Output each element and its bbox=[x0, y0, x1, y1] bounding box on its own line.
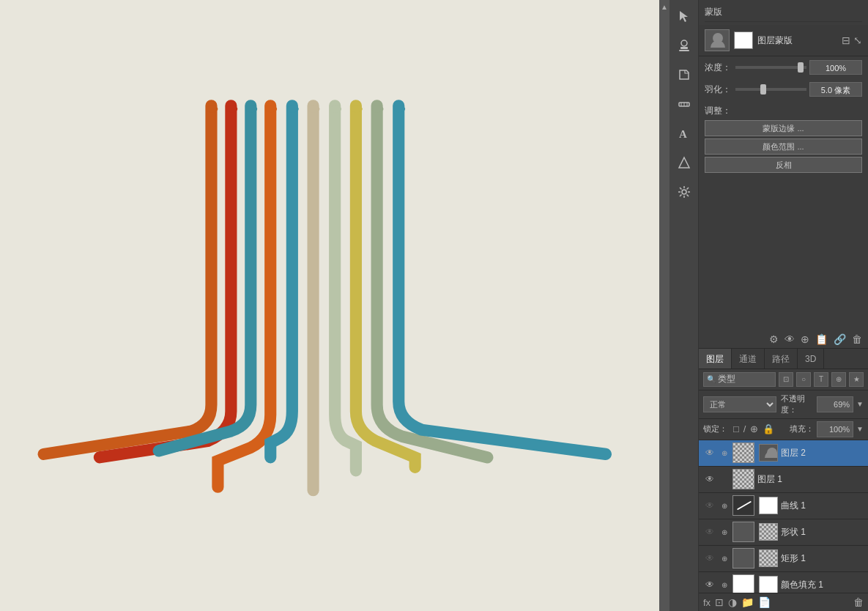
shape1-visibility[interactable]: 👁 bbox=[703, 525, 716, 538]
colorfill1-link[interactable]: ⊕ bbox=[719, 579, 730, 590]
panel-bottom-icons: ⚙ 👁 ⊕ 📋 🔗 🗑 bbox=[699, 330, 868, 349]
panel-icon-delete[interactable]: 🗑 bbox=[852, 333, 862, 345]
lock-transparent-icon[interactable]: □ bbox=[733, 423, 739, 434]
layer-icon-2[interactable]: ⤡ bbox=[853, 34, 862, 46]
layer-mask-thumb bbox=[734, 32, 753, 49]
layer-row-layer2[interactable]: 👁 ⊕ 图层 2 bbox=[699, 440, 868, 467]
shape1-name: 形状 1 bbox=[781, 526, 864, 538]
density-slider[interactable] bbox=[735, 66, 806, 69]
fill-label: 填充： bbox=[790, 423, 814, 434]
rect1-visibility[interactable]: 👁 bbox=[703, 552, 716, 565]
tab-channels[interactable]: 通道 bbox=[732, 349, 765, 369]
layer-header-title: 图层蒙版 bbox=[757, 34, 837, 47]
shape1-link[interactable]: ⊕ bbox=[719, 527, 730, 537]
mask-edge-button[interactable]: 蒙版边缘 ... bbox=[705, 120, 862, 136]
feather-label: 羽化： bbox=[705, 84, 732, 96]
layer-bottom-toolbar: fx ⊡ ◑ 📁 📄 🗑 bbox=[699, 593, 868, 611]
layers-list[interactable]: 👁 ⊕ 图层 2 👁 图层 1 bbox=[699, 440, 868, 593]
layer1-thumb bbox=[732, 469, 754, 489]
canvas-area bbox=[0, 0, 659, 611]
svg-point-12 bbox=[681, 40, 687, 46]
panel-icon-visibility[interactable]: 👁 bbox=[784, 333, 795, 345]
search-icon: 🔍 bbox=[707, 375, 716, 383]
clone-tool[interactable] bbox=[672, 63, 696, 86]
colorfill1-mask-thumb bbox=[759, 576, 778, 593]
panel-icon-settings[interactable]: ⚙ bbox=[769, 333, 779, 345]
lock-move-icon[interactable]: ⊕ bbox=[750, 423, 758, 434]
measure-tool[interactable] bbox=[672, 92, 696, 116]
filter-icon-3[interactable]: T bbox=[814, 372, 828, 387]
layer-new-button[interactable]: 📄 bbox=[758, 596, 771, 608]
density-value[interactable]: 100% bbox=[809, 60, 862, 75]
blend-mode-select[interactable]: 正常 溶解 正片叠底 bbox=[703, 396, 776, 412]
lock-paint-icon[interactable]: / bbox=[743, 423, 746, 434]
layer-delete-button[interactable]: 🗑 bbox=[853, 596, 864, 608]
arrow-tool[interactable] bbox=[672, 4, 696, 28]
layer-row-curve1[interactable]: 👁 ⊕ 曲线 1 bbox=[699, 493, 868, 519]
shape-tool[interactable] bbox=[672, 151, 696, 174]
mask-title: 蒙版 bbox=[705, 3, 862, 22]
feather-value[interactable]: 5.0 像素 bbox=[809, 82, 862, 97]
layer-adj-button[interactable]: ◑ bbox=[728, 596, 737, 608]
layer1-link[interactable] bbox=[719, 474, 730, 484]
tab-layers[interactable]: 图层 bbox=[699, 349, 732, 369]
layer-row-rect1[interactable]: 👁 ⊕ 矩形 1 bbox=[699, 546, 868, 572]
svg-rect-13 bbox=[680, 47, 688, 49]
layer-row-layer1[interactable]: 👁 图层 1 bbox=[699, 467, 868, 493]
svg-rect-10 bbox=[393, 105, 405, 112]
rect1-name: 矩形 1 bbox=[781, 552, 864, 565]
filter-icon-4[interactable]: ⊕ bbox=[831, 372, 846, 387]
layer-mask-button[interactable]: ⊡ bbox=[715, 596, 724, 608]
tab-paths[interactable]: 路径 bbox=[765, 349, 798, 369]
curve1-link[interactable]: ⊕ bbox=[719, 500, 730, 511]
layer-row-shape1[interactable]: 👁 ⊕ 形状 1 bbox=[699, 519, 868, 546]
shape1-thumb bbox=[732, 522, 754, 542]
panel-icon-new[interactable]: 📋 bbox=[815, 333, 828, 345]
canvas-scrollbar[interactable]: ▲ bbox=[659, 0, 669, 611]
text-tool[interactable]: A bbox=[672, 122, 696, 145]
curve1-visibility[interactable]: 👁 bbox=[703, 499, 716, 512]
rect1-link[interactable]: ⊕ bbox=[719, 553, 730, 563]
rect1-mask-thumb bbox=[759, 549, 778, 567]
layer1-name: 图层 1 bbox=[757, 473, 864, 486]
density-label: 浓度： bbox=[705, 62, 732, 74]
curve1-mask-thumb bbox=[759, 497, 778, 514]
fill-arrow[interactable]: ▼ bbox=[856, 425, 864, 433]
layer2-link[interactable]: ⊕ bbox=[719, 448, 730, 458]
svg-rect-1 bbox=[206, 105, 218, 112]
scroll-up-arrow[interactable]: ▲ bbox=[661, 3, 668, 11]
svg-marker-11 bbox=[680, 11, 688, 22]
adjust-section: 调整： 蒙版边缘 ... 颜色范围 ... 反相 bbox=[699, 100, 868, 177]
colorfill1-name: 颜色填充 1 bbox=[781, 579, 864, 591]
svg-rect-3 bbox=[245, 105, 257, 112]
layer-tabs: 图层 通道 路径 3D bbox=[699, 349, 868, 369]
layer-row-colorfill1[interactable]: 👁 ⊕ 颜色填充 1 bbox=[699, 572, 868, 593]
mask-section-top: 蒙版 bbox=[699, 0, 868, 25]
fill-input[interactable] bbox=[817, 421, 853, 437]
svg-rect-8 bbox=[351, 105, 363, 112]
lock-all-icon[interactable]: 🔒 bbox=[763, 423, 774, 434]
opacity-input[interactable] bbox=[817, 396, 853, 412]
panel-icon-link[interactable]: ⊕ bbox=[801, 333, 809, 345]
filter-icon-5[interactable]: ★ bbox=[849, 372, 864, 387]
layer-icon-1[interactable]: ⊟ bbox=[842, 34, 850, 46]
invert-button[interactable]: 反相 bbox=[705, 157, 862, 173]
feather-slider[interactable] bbox=[735, 88, 806, 91]
filter-icon-1[interactable]: ⊡ bbox=[779, 372, 793, 387]
layer1-visibility[interactable]: 👁 bbox=[703, 473, 716, 486]
layer-search-box[interactable]: 🔍 类型 bbox=[703, 372, 776, 387]
colorfill1-visibility[interactable]: 👁 bbox=[703, 578, 716, 591]
eye-icon: 👁 bbox=[705, 579, 714, 590]
curve1-name: 曲线 1 bbox=[781, 500, 864, 512]
svg-rect-7 bbox=[330, 105, 341, 112]
layer-fx-button[interactable]: fx bbox=[703, 597, 711, 608]
layer2-visibility[interactable]: 👁 bbox=[703, 446, 716, 459]
settings-tool[interactable] bbox=[672, 180, 696, 204]
stamp-tool[interactable] bbox=[672, 34, 696, 57]
color-range-button[interactable]: 颜色范围 ... bbox=[705, 138, 862, 155]
layer-group-button[interactable]: 📁 bbox=[741, 596, 754, 608]
tab-3d[interactable]: 3D bbox=[798, 349, 824, 369]
opacity-arrow[interactable]: ▼ bbox=[856, 400, 864, 408]
filter-icon-2[interactable]: ○ bbox=[796, 372, 811, 387]
panel-icon-chain[interactable]: 🔗 bbox=[834, 333, 846, 345]
